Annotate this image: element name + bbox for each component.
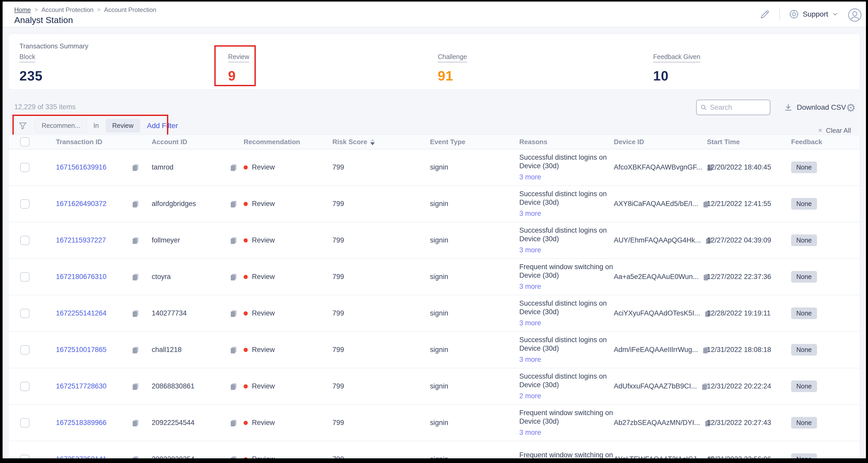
row-checkbox[interactable] (20, 455, 30, 459)
metric-review-value: 9 (228, 68, 249, 84)
copy-icon[interactable] (131, 273, 140, 281)
pencil-icon[interactable] (759, 8, 771, 20)
account-id: 20922254544 (152, 419, 194, 427)
transaction-id-link[interactable]: 1672115937227 (56, 236, 106, 244)
copy-icon[interactable] (131, 199, 140, 208)
breadcrumb-home-link[interactable]: Home (14, 6, 31, 13)
transaction-id-link[interactable]: 1672517728630 (56, 382, 106, 390)
transaction-id-link[interactable]: 1672180676310 (56, 273, 106, 281)
more-reasons-link[interactable]: 3 more (519, 428, 541, 437)
transaction-id-link[interactable]: 1672255141264 (56, 309, 106, 317)
more-reasons-link[interactable]: 3 more (519, 356, 541, 364)
summary-title: Transactions Summary (20, 42, 88, 50)
copy-icon[interactable] (131, 455, 140, 459)
support-label: Support (803, 10, 828, 19)
row-checkbox[interactable] (20, 236, 30, 245)
user-avatar[interactable] (847, 6, 863, 23)
transaction-id-link[interactable]: 1672518389966 (56, 419, 106, 427)
copy-icon[interactable] (229, 382, 238, 391)
table-row: 1672255141264 140277734 Review 799 signi… (8, 295, 860, 332)
metric-feedback-value: 10 (653, 68, 700, 84)
transaction-id-link[interactable]: 1671561639916 (56, 163, 106, 171)
reason-text-line1: Frequent window switching on (519, 263, 614, 271)
copy-icon[interactable] (229, 199, 238, 208)
search-input[interactable] (710, 103, 766, 112)
more-reasons-link[interactable]: 3 more (519, 282, 541, 291)
transaction-id-link[interactable]: 1671626490372 (56, 200, 106, 208)
filter-field-chip[interactable]: Recommen... (35, 119, 87, 133)
metric-challenge-value: 91 (438, 68, 467, 84)
review-status-dot (244, 384, 248, 389)
metric-challenge: Challenge 91 (438, 53, 467, 84)
copy-icon[interactable] (131, 236, 140, 245)
col-event-type: Event Type (430, 138, 519, 146)
event-type: signin (430, 236, 519, 244)
row-checkbox[interactable] (20, 418, 30, 428)
more-reasons-link[interactable]: 3 more (519, 246, 541, 254)
more-reasons-link[interactable]: 3 more (519, 173, 541, 181)
copy-icon[interactable] (229, 236, 238, 245)
more-reasons-link[interactable]: 3 more (519, 209, 541, 218)
risk-score: 799 (332, 200, 430, 208)
row-checkbox[interactable] (20, 309, 30, 318)
copy-icon[interactable] (229, 309, 238, 318)
add-filter-button[interactable]: Add Filter (147, 122, 178, 130)
col-recommendation: Recommendation (244, 138, 332, 146)
feedback-badge: None (791, 307, 817, 319)
event-type: signin (430, 419, 519, 427)
copy-icon[interactable] (131, 163, 140, 172)
row-checkbox[interactable] (20, 345, 30, 354)
more-reasons-link[interactable]: 3 more (519, 319, 541, 328)
device-id: Ab27zbSEAQAAzMN/DYI... (614, 419, 700, 427)
review-status-dot (244, 202, 248, 206)
metric-block-label[interactable]: Block (20, 53, 35, 62)
col-reasons: Reasons (519, 138, 614, 146)
filter-value-chip[interactable]: Review (105, 119, 140, 132)
event-type: signin (430, 200, 519, 208)
copy-icon[interactable] (229, 455, 238, 459)
account-id: alfordgbridges (152, 200, 196, 208)
start-time: 12/20/2022 18:40:45 (707, 163, 791, 171)
copy-icon[interactable] (131, 419, 140, 427)
copy-icon[interactable] (229, 273, 238, 281)
copy-icon[interactable] (131, 345, 140, 354)
clear-all-button[interactable]: × Clear All (818, 126, 851, 134)
transaction-id-link[interactable]: 1672527358141 (56, 455, 106, 458)
download-icon (784, 103, 793, 112)
row-checkbox[interactable] (20, 382, 30, 391)
select-all-checkbox[interactable] (20, 137, 30, 147)
row-checkbox[interactable] (20, 163, 30, 172)
search-box (696, 100, 770, 115)
reason-text-line2: Device (30d) (519, 417, 614, 426)
account-id: tamrod (152, 163, 174, 171)
transactions-table: Transaction ID Account ID Recommendation… (8, 134, 860, 458)
more-reasons-link[interactable]: 2 more (519, 392, 541, 400)
row-checkbox[interactable] (20, 272, 30, 282)
col-transaction-id: Transaction ID (56, 138, 152, 146)
copy-icon[interactable] (131, 382, 140, 391)
support-menu[interactable]: Support (789, 9, 838, 20)
reason-text-line1: Successful distinct logins on (519, 153, 614, 162)
metric-review-label[interactable]: Review (228, 53, 249, 62)
col-device-id: Device ID (614, 138, 707, 146)
download-csv-button[interactable]: Download CSV (784, 103, 846, 112)
event-type: signin (430, 346, 519, 354)
copy-icon[interactable] (229, 163, 238, 172)
table-row: 1672518389966 20922254544 Review 799 sig… (8, 405, 860, 441)
reason-text-line2: Device (30d) (519, 271, 614, 280)
risk-score: 799 (332, 236, 430, 244)
clear-all-label: Clear All (826, 127, 851, 134)
metric-feedback-label[interactable]: Feedback Given (653, 53, 700, 62)
row-checkbox[interactable] (20, 199, 30, 209)
start-time: 12/27/2022 04:39:09 (707, 236, 791, 244)
reason-text-line1: Frequent window switching on (519, 409, 614, 417)
col-risk-score[interactable]: Risk Score (332, 138, 430, 146)
metric-challenge-label[interactable]: Challenge (438, 53, 467, 62)
transaction-id-link[interactable]: 1672510017865 (56, 346, 106, 354)
copy-icon[interactable] (131, 309, 140, 318)
copy-icon[interactable] (229, 345, 238, 354)
review-status-dot (244, 311, 248, 315)
copy-icon[interactable] (229, 419, 238, 427)
col-start-time: Start Time (707, 138, 791, 146)
gear-icon[interactable]: ⚙ (846, 101, 856, 114)
